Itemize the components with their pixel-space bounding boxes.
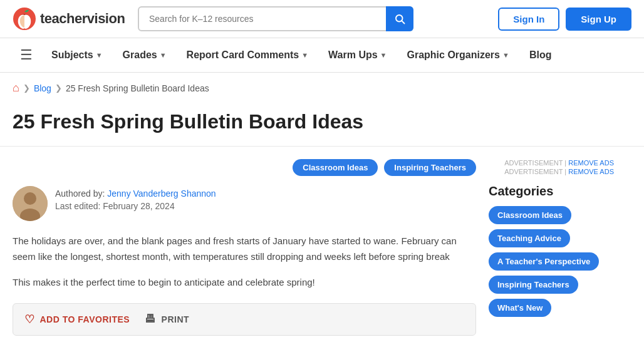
chevron-down-icon: ▼ bbox=[380, 51, 387, 59]
article-paragraph-1: The holidays are over, and the blank pag… bbox=[13, 234, 476, 265]
author-name-link[interactable]: Jenny Vanderberg Shannon bbox=[107, 189, 216, 199]
chevron-down-icon: ▼ bbox=[502, 51, 509, 59]
nav-item-graphic-organizers[interactable]: Graphic Organizers ▼ bbox=[398, 38, 518, 72]
category-inspiring-teachers[interactable]: Inspiring Teachers bbox=[489, 276, 578, 294]
tag-classroom-ideas[interactable]: Classroom Ideas bbox=[293, 159, 378, 176]
site-header: teachervision Sign In Sign Up bbox=[0, 0, 644, 38]
category-classroom-ideas[interactable]: Classroom Ideas bbox=[489, 206, 571, 224]
remove-ads-link-1[interactable]: REMOVE ADS bbox=[568, 159, 614, 167]
article-paragraph-2: This makes it the perfect time to begin … bbox=[13, 275, 476, 291]
avatar bbox=[13, 186, 48, 221]
article-tags: Classroom Ideas Inspiring Teachers bbox=[13, 159, 476, 176]
chevron-down-icon: ▼ bbox=[160, 51, 167, 59]
logo[interactable]: teachervision bbox=[13, 7, 125, 31]
nav-item-blog[interactable]: Blog bbox=[521, 38, 561, 72]
breadcrumb: ⌂ ❯ Blog ❯ 25 Fresh Spring Bulletin Boar… bbox=[0, 73, 644, 103]
breadcrumb-sep-1: ❯ bbox=[23, 83, 30, 93]
page-title-area: 25 Fresh Spring Bulletin Board Ideas bbox=[0, 103, 644, 147]
avatar-image bbox=[13, 186, 48, 221]
category-teachers-perspective[interactable]: A Teacher's Perspective bbox=[489, 252, 599, 271]
article-action-bar: ♡ ADD TO FAVORITES 🖶 Print bbox=[13, 303, 476, 336]
svg-point-6 bbox=[24, 192, 36, 205]
search-area bbox=[138, 6, 413, 31]
nav-item-grades[interactable]: Grades ▼ bbox=[114, 38, 175, 72]
auth-buttons: Sign In Sign Up bbox=[498, 8, 631, 31]
logo-text: teachervision bbox=[40, 11, 125, 27]
search-input[interactable] bbox=[138, 6, 413, 31]
ad-notice-2: ADVERTISEMENT | REMOVE ADS bbox=[489, 168, 614, 175]
print-icon: 🖶 bbox=[145, 313, 157, 326]
ad-notice-1: ADVERTISEMENT | REMOVE ADS bbox=[489, 159, 614, 167]
authored-by-label: Authored by: Jenny Vanderberg Shannon bbox=[55, 189, 216, 199]
main-content: Classroom Ideas Inspiring Teachers Autho… bbox=[13, 159, 476, 335]
signin-button[interactable]: Sign In bbox=[498, 8, 559, 31]
search-button[interactable] bbox=[386, 6, 413, 31]
svg-line-4 bbox=[402, 21, 404, 23]
breadcrumb-blog-link[interactable]: Blog bbox=[34, 83, 51, 93]
nav-item-report-card-comments[interactable]: Report Card Comments ▼ bbox=[178, 38, 317, 72]
categories-title: Categories bbox=[489, 184, 614, 199]
sidebar: ADVERTISEMENT | REMOVE ADS ADVERTISEMENT… bbox=[489, 159, 614, 335]
logo-icon bbox=[13, 7, 36, 31]
main-nav: ☰ Subjects ▼ Grades ▼ Report Card Commen… bbox=[0, 38, 644, 73]
heart-icon: ♡ bbox=[24, 313, 35, 326]
content-layout: Classroom Ideas Inspiring Teachers Autho… bbox=[0, 147, 644, 335]
breadcrumb-home-icon[interactable]: ⌂ bbox=[13, 81, 19, 95]
remove-ads-link-2[interactable]: REMOVE ADS bbox=[568, 168, 614, 175]
category-whats-new[interactable]: What's New bbox=[489, 299, 551, 317]
article-body: The holidays are over, and the blank pag… bbox=[13, 234, 476, 290]
hamburger-menu[interactable]: ☰ bbox=[13, 38, 40, 72]
print-button[interactable]: 🖶 Print bbox=[145, 313, 189, 326]
tag-inspiring-teachers[interactable]: Inspiring Teachers bbox=[384, 159, 476, 176]
add-to-favorites-button[interactable]: ♡ ADD TO FAVORITES bbox=[24, 313, 130, 326]
signup-button[interactable]: Sign Up bbox=[566, 8, 631, 31]
nav-item-warm-ups[interactable]: Warm Ups ▼ bbox=[319, 38, 395, 72]
category-teaching-advice[interactable]: Teaching Advice bbox=[489, 229, 570, 247]
breadcrumb-current-page: 25 Fresh Spring Bulletin Board Ideas bbox=[66, 83, 209, 93]
search-icon bbox=[394, 13, 405, 24]
author-info: Authored by: Jenny Vanderberg Shannon La… bbox=[55, 186, 216, 211]
author-area: Authored by: Jenny Vanderberg Shannon La… bbox=[13, 186, 476, 221]
chevron-down-icon: ▼ bbox=[301, 51, 308, 59]
chevron-down-icon: ▼ bbox=[96, 51, 103, 59]
breadcrumb-sep-2: ❯ bbox=[55, 83, 62, 93]
categories-list: Classroom Ideas Teaching Advice A Teache… bbox=[489, 206, 614, 322]
nav-item-subjects[interactable]: Subjects ▼ bbox=[43, 38, 112, 72]
last-edited-date: Last edited: February 28, 2024 bbox=[55, 201, 216, 211]
page-title: 25 Fresh Spring Bulletin Board Ideas bbox=[13, 110, 631, 133]
